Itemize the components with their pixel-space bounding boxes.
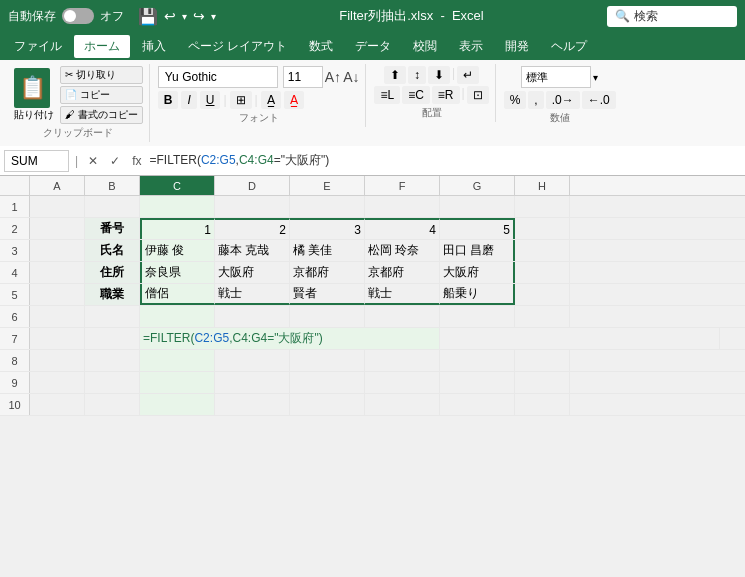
fill-color-button[interactable]: A̲ <box>261 91 281 109</box>
align-left-button[interactable]: ≡L <box>374 86 400 104</box>
align-right-button[interactable]: ≡R <box>432 86 460 104</box>
cell-b8[interactable] <box>85 350 140 371</box>
cell-e8[interactable] <box>290 350 365 371</box>
cell-f5[interactable]: 戦士 <box>365 284 440 305</box>
cell-c5[interactable]: 僧侶 <box>140 284 215 305</box>
col-header-b[interactable]: B <box>85 176 140 195</box>
italic-button[interactable]: I <box>181 91 196 109</box>
cell-b3[interactable]: 氏名 <box>85 240 140 261</box>
cell-b9[interactable] <box>85 372 140 393</box>
font-color-button[interactable]: A̲ <box>284 91 304 109</box>
cell-e2[interactable]: 3 <box>290 218 365 239</box>
undo-icon[interactable]: ↩ <box>164 8 176 24</box>
comma-button[interactable]: , <box>528 91 543 109</box>
autosave-toggle[interactable] <box>62 8 94 24</box>
cancel-formula-button[interactable]: ✕ <box>84 152 102 170</box>
decrease-decimal-button[interactable]: ←.0 <box>582 91 616 109</box>
cell-g2[interactable]: 5 <box>440 218 515 239</box>
cell-h10[interactable] <box>515 394 570 415</box>
cell-g6[interactable] <box>440 306 515 327</box>
increase-decimal-button[interactable]: .0→ <box>546 91 580 109</box>
paste-button[interactable]: 📋 <box>14 68 50 108</box>
cell-c3[interactable]: 伊藤 俊 <box>140 240 215 261</box>
cell-g9[interactable] <box>440 372 515 393</box>
col-header-d[interactable]: D <box>215 176 290 195</box>
cell-e5[interactable]: 賢者 <box>290 284 365 305</box>
cell-d4[interactable]: 大阪府 <box>215 262 290 283</box>
align-middle-button[interactable]: ↕ <box>408 66 426 84</box>
search-box[interactable]: 🔍 検索 <box>607 6 737 27</box>
menu-insert[interactable]: 挿入 <box>132 35 176 58</box>
menu-review[interactable]: 校閲 <box>403 35 447 58</box>
cell-a8[interactable] <box>30 350 85 371</box>
cell-c8[interactable] <box>140 350 215 371</box>
wrap-text-button[interactable]: ↵ <box>457 66 479 84</box>
cell-f1[interactable] <box>365 196 440 217</box>
cell-g1[interactable] <box>440 196 515 217</box>
cell-e3[interactable]: 橘 美佳 <box>290 240 365 261</box>
align-center-button[interactable]: ≡C <box>402 86 430 104</box>
cell-h2[interactable] <box>515 218 570 239</box>
cell-c2[interactable]: 1 <box>140 218 215 239</box>
cell-c7[interactable]: =FILTER(C2:G5,C4:G4="大阪府") <box>140 328 440 349</box>
font-size-input[interactable] <box>283 66 323 88</box>
cell-b6[interactable] <box>85 306 140 327</box>
fx-button[interactable]: fx <box>128 152 145 170</box>
merge-button[interactable]: ⊡ <box>467 86 489 104</box>
col-header-g[interactable]: G <box>440 176 515 195</box>
cell-g3[interactable]: 田口 昌磨 <box>440 240 515 261</box>
redo-icon[interactable]: ↪ <box>193 8 205 24</box>
menu-data[interactable]: データ <box>345 35 401 58</box>
cell-h7[interactable] <box>665 328 720 349</box>
cell-c6[interactable] <box>140 306 215 327</box>
font-name-input[interactable] <box>158 66 278 88</box>
cell-h5[interactable] <box>515 284 570 305</box>
col-header-f[interactable]: F <box>365 176 440 195</box>
cell-f6[interactable] <box>365 306 440 327</box>
menu-formulas[interactable]: 数式 <box>299 35 343 58</box>
confirm-formula-button[interactable]: ✓ <box>106 152 124 170</box>
cell-d3[interactable]: 藤本 克哉 <box>215 240 290 261</box>
cell-f3[interactable]: 松岡 玲奈 <box>365 240 440 261</box>
menu-develop[interactable]: 開発 <box>495 35 539 58</box>
cell-g5[interactable]: 船乗り <box>440 284 515 305</box>
menu-page-layout[interactable]: ページ レイアウト <box>178 35 297 58</box>
col-header-c[interactable]: C <box>140 176 215 195</box>
copy-button[interactable]: 📄 コピー <box>60 86 143 104</box>
cell-c10[interactable] <box>140 394 215 415</box>
cell-a7[interactable] <box>30 328 85 349</box>
cell-b4[interactable]: 住所 <box>85 262 140 283</box>
redo-dropdown-icon[interactable]: ▾ <box>211 11 216 22</box>
number-format-input[interactable] <box>521 66 591 88</box>
cell-b2[interactable]: 番号 <box>85 218 140 239</box>
cell-e4[interactable]: 京都府 <box>290 262 365 283</box>
cell-a2[interactable] <box>30 218 85 239</box>
font-grow-icon[interactable]: A↑ <box>325 69 341 85</box>
cell-c9[interactable] <box>140 372 215 393</box>
cell-c4[interactable]: 奈良県 <box>140 262 215 283</box>
cell-d8[interactable] <box>215 350 290 371</box>
format-painter-button[interactable]: 🖌 書式のコピー <box>60 106 143 124</box>
cell-b10[interactable] <box>85 394 140 415</box>
cell-a4[interactable] <box>30 262 85 283</box>
menu-home[interactable]: ホーム <box>74 35 130 58</box>
cell-a5[interactable] <box>30 284 85 305</box>
cell-b7[interactable] <box>85 328 140 349</box>
cut-button[interactable]: ✂ 切り取り <box>60 66 143 84</box>
cell-h1[interactable] <box>515 196 570 217</box>
align-top-button[interactable]: ⬆ <box>384 66 406 84</box>
save-icon[interactable]: 💾 <box>138 7 158 26</box>
col-header-e[interactable]: E <box>290 176 365 195</box>
cell-f4[interactable]: 京都府 <box>365 262 440 283</box>
cell-f2[interactable]: 4 <box>365 218 440 239</box>
cell-c1[interactable] <box>140 196 215 217</box>
align-bottom-button[interactable]: ⬇ <box>428 66 450 84</box>
border-button[interactable]: ⊞ <box>230 91 252 109</box>
cell-e10[interactable] <box>290 394 365 415</box>
cell-h9[interactable] <box>515 372 570 393</box>
cell-e9[interactable] <box>290 372 365 393</box>
cell-a3[interactable] <box>30 240 85 261</box>
cell-h6[interactable] <box>515 306 570 327</box>
cell-h8[interactable] <box>515 350 570 371</box>
cell-g10[interactable] <box>440 394 515 415</box>
